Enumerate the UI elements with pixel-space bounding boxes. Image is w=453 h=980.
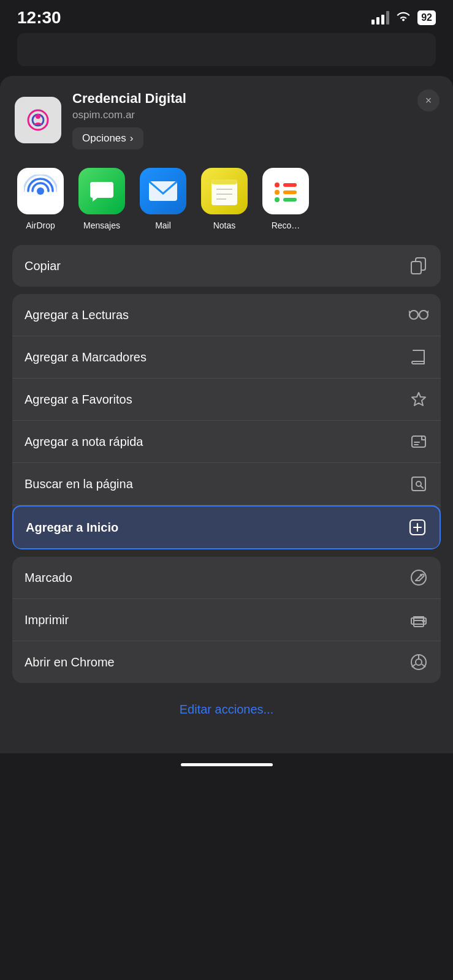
marcado-label: Marcado bbox=[25, 571, 72, 585]
buscar-row[interactable]: Buscar en la página bbox=[12, 463, 441, 505]
app-name: Credencial Digital bbox=[72, 91, 438, 107]
svg-line-22 bbox=[428, 311, 428, 312]
svg-point-0 bbox=[28, 110, 48, 130]
chrome-icon bbox=[409, 652, 428, 672]
favoritos-label: Agregar a Favoritos bbox=[25, 393, 132, 407]
svg-point-10 bbox=[275, 183, 280, 187]
app-info: Credencial Digital ospim.com.ar Opciones… bbox=[72, 91, 438, 149]
chrome-label: Abrir en Chrome bbox=[25, 655, 115, 669]
extra-group: Marcado Imprimir bbox=[12, 557, 441, 683]
main-group: Agregar a Lecturas Agregar a Marcadores bbox=[12, 294, 441, 549]
reminders-icon bbox=[262, 168, 309, 214]
lecturas-row[interactable]: Agregar a Lecturas bbox=[12, 294, 441, 336]
svg-point-12 bbox=[275, 197, 280, 202]
svg-line-21 bbox=[409, 311, 409, 312]
signal-bars-icon bbox=[371, 11, 389, 24]
search-doc-icon bbox=[409, 474, 428, 494]
svg-point-41 bbox=[416, 659, 422, 665]
svg-point-19 bbox=[419, 311, 428, 319]
svg-marker-24 bbox=[412, 393, 425, 405]
star-icon bbox=[409, 390, 428, 409]
app-header: Credencial Digital ospim.com.ar Opciones… bbox=[0, 76, 453, 162]
printer-icon bbox=[409, 610, 428, 630]
edit-actions-label: Editar acciones... bbox=[180, 703, 273, 716]
favoritos-row[interactable]: Agregar a Favoritos bbox=[12, 379, 441, 421]
share-sheet: Credencial Digital ospim.com.ar Opciones… bbox=[0, 76, 453, 753]
edit-actions[interactable]: Editar acciones... bbox=[0, 690, 453, 729]
glasses-icon bbox=[409, 305, 428, 325]
share-target-mensajes[interactable]: Mensajes bbox=[78, 168, 125, 230]
svg-point-2 bbox=[36, 114, 40, 119]
app-icon bbox=[15, 97, 61, 143]
svg-point-11 bbox=[275, 190, 280, 195]
app-url: ospim.com.ar bbox=[72, 109, 438, 121]
share-target-mail[interactable]: Mail bbox=[140, 168, 186, 230]
airdrop-label: AirDrop bbox=[26, 221, 55, 230]
svg-point-3 bbox=[37, 187, 44, 195]
svg-rect-15 bbox=[283, 198, 297, 202]
inicio-row[interactable]: Agregar a Inicio bbox=[12, 505, 441, 549]
status-bar: 12:30 92 bbox=[0, 0, 453, 33]
svg-line-35 bbox=[421, 575, 422, 576]
lecturas-label: Agregar a Lecturas bbox=[25, 308, 129, 322]
marcadores-row[interactable]: Agregar a Marcadores bbox=[12, 336, 441, 379]
nota-rapida-row[interactable]: Agregar a nota rápida bbox=[12, 421, 441, 463]
recordatorios-label: Reco… bbox=[272, 221, 300, 230]
copy-icon bbox=[409, 256, 428, 276]
battery-icon: 92 bbox=[417, 10, 436, 25]
book-icon bbox=[409, 347, 428, 367]
mail-label: Mail bbox=[155, 221, 171, 230]
marcadores-label: Agregar a Marcadores bbox=[25, 350, 147, 364]
chrome-row[interactable]: Abrir en Chrome bbox=[12, 641, 441, 683]
airdrop-icon bbox=[17, 168, 64, 214]
background-page-hint bbox=[17, 33, 436, 66]
svg-rect-13 bbox=[283, 183, 297, 187]
status-time: 12:30 bbox=[17, 8, 61, 28]
copy-group: Copiar bbox=[12, 245, 441, 287]
svg-rect-6 bbox=[211, 179, 237, 184]
pencil-circle-icon bbox=[409, 568, 428, 587]
share-targets-row: AirDrop Mensajes Mail bbox=[0, 162, 453, 245]
share-target-recordatorios[interactable]: Reco… bbox=[262, 168, 309, 230]
note-icon bbox=[409, 432, 428, 451]
svg-point-18 bbox=[409, 311, 418, 319]
add-square-icon bbox=[408, 518, 427, 537]
app-icon-svg bbox=[21, 103, 55, 137]
imprimir-row[interactable]: Imprimir bbox=[12, 599, 441, 641]
copiar-row[interactable]: Copiar bbox=[12, 245, 441, 287]
wifi-icon bbox=[395, 10, 411, 26]
svg-point-39 bbox=[423, 620, 425, 622]
home-indicator bbox=[181, 763, 273, 766]
imprimir-label: Imprimir bbox=[25, 613, 69, 627]
notas-label: Notas bbox=[213, 221, 236, 230]
svg-line-30 bbox=[421, 486, 423, 488]
status-icons: 92 bbox=[371, 10, 436, 26]
mensajes-label: Mensajes bbox=[83, 221, 120, 230]
copiar-label: Copiar bbox=[25, 259, 61, 273]
notes-icon bbox=[201, 168, 248, 214]
share-target-notas[interactable]: Notas bbox=[201, 168, 248, 230]
mail-icon bbox=[140, 168, 186, 214]
options-button[interactable]: Opciones › bbox=[72, 127, 143, 149]
nota-rapida-label: Agregar a nota rápida bbox=[25, 435, 143, 449]
share-target-airdrop[interactable]: AirDrop bbox=[17, 168, 64, 230]
buscar-label: Buscar en la página bbox=[25, 477, 133, 491]
svg-rect-17 bbox=[411, 262, 421, 274]
marcado-row[interactable]: Marcado bbox=[12, 557, 441, 599]
svg-rect-14 bbox=[283, 190, 297, 194]
inicio-label: Agregar a Inicio bbox=[26, 521, 118, 535]
close-button[interactable]: × bbox=[417, 89, 440, 111]
messages-icon bbox=[78, 168, 125, 214]
